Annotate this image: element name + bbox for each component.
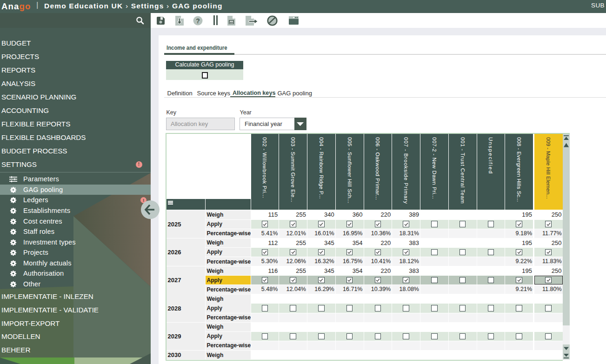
svg-text:?: ? — [196, 17, 200, 25]
